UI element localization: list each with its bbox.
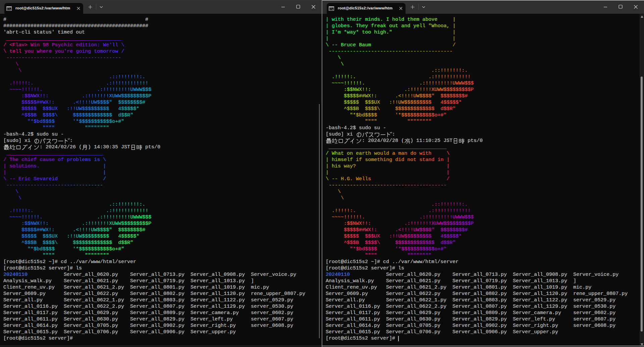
svg-text:C:\: C:\ [7,8,10,10]
svg-text:C:\: C:\ [329,8,333,10]
